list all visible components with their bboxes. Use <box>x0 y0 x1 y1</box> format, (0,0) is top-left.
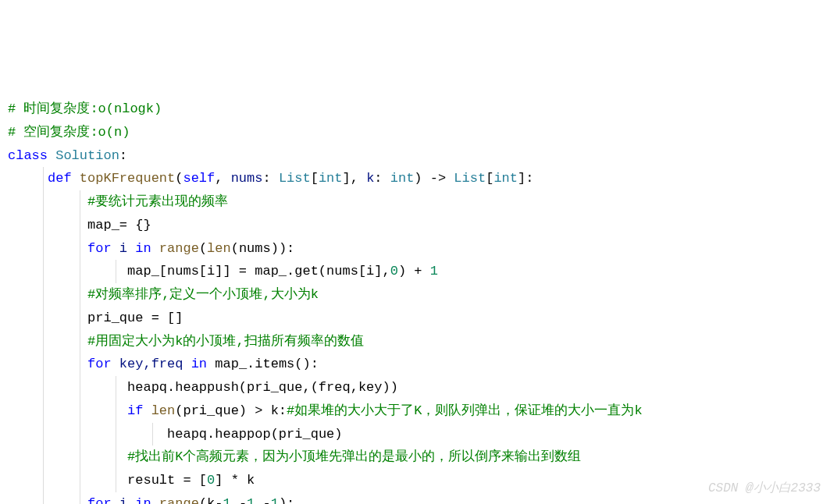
indent-guide <box>43 469 44 492</box>
token: [ <box>311 171 319 186</box>
code-line: # 空间复杂度:o(n) <box>8 121 822 144</box>
indent <box>8 264 127 279</box>
indent <box>8 496 87 504</box>
code-line: def topKFrequent(self, nums: List[int], … <box>8 167 822 190</box>
indent-guide <box>152 423 153 446</box>
indent-guide <box>116 260 116 283</box>
token: [ <box>486 171 493 186</box>
indent <box>8 218 87 232</box>
indent-guide <box>43 307 44 330</box>
indent-guide <box>116 376 116 399</box>
token: map_= {} <box>87 218 151 232</box>
token: ,- <box>255 496 270 504</box>
code-line: for i in range(k-1,-1,-1): <box>8 492 822 504</box>
code-line: heapq.heappop(pri_que) <box>8 423 822 446</box>
indent-guide <box>43 445 44 469</box>
token: (nums)): <box>231 241 295 256</box>
token: List <box>279 171 311 186</box>
indent-guide <box>43 376 44 399</box>
token: # 空间复杂度:o(n) <box>8 125 130 140</box>
code-line: # 时间复杂度:o(nlogk) <box>8 98 822 121</box>
indent-guide <box>43 237 44 261</box>
indent <box>8 334 87 349</box>
indent-guide <box>80 307 80 330</box>
token: def <box>48 171 80 186</box>
indent-guide <box>43 399 44 423</box>
indent <box>8 357 87 371</box>
token: topKFrequent <box>80 171 175 186</box>
token: i <box>119 496 135 504</box>
token: map_.items(): <box>215 357 319 371</box>
indent <box>8 380 127 395</box>
token: 0 <box>207 473 215 488</box>
indent-guide <box>116 423 116 446</box>
indent <box>8 287 87 302</box>
indent <box>8 473 127 488</box>
token: int <box>493 171 518 186</box>
code-line: #找出前K个高频元素，因为小顶堆先弹出的是最小的，所以倒序来输出到数组 <box>8 445 822 469</box>
token: : <box>119 148 127 163</box>
token: (pri_que) > k: <box>175 403 287 418</box>
indent-guide <box>80 423 80 446</box>
token: int <box>390 171 415 186</box>
token: #找出前K个高频元素，因为小顶堆先弹出的是最小的，所以倒序来输出到数组 <box>127 449 581 464</box>
indent-guide <box>43 190 44 214</box>
token: #如果堆的大小大于了K，则队列弹出，保证堆的大小一直为k <box>287 403 643 418</box>
indent <box>8 241 87 256</box>
token: , <box>215 171 230 186</box>
token: pri_que = [] <box>87 311 183 325</box>
code-line: #要统计元素出现的频率 <box>8 190 822 214</box>
indent-guide <box>80 445 80 469</box>
indent-guide <box>80 214 80 237</box>
code-line: #用固定大小为k的小顶堆,扫描所有频率的数值 <box>8 330 822 353</box>
token: 1 <box>271 496 279 504</box>
token: #对频率排序,定义一个小顶堆,大小为k <box>87 287 319 302</box>
token: ]: <box>518 171 533 186</box>
token: ( <box>175 171 183 186</box>
indent <box>8 311 87 325</box>
code-line: for key,freq in map_.items(): <box>8 353 822 376</box>
token: len <box>151 403 176 418</box>
code-line: for i in range(len(nums)): <box>8 237 822 261</box>
indent-guide <box>116 399 116 423</box>
indent <box>8 449 127 464</box>
code-line: map_= {} <box>8 214 822 237</box>
code-line: pri_que = [] <box>8 307 822 330</box>
code-line: map_[nums[i]] = map_.get(nums[i],0) + 1 <box>8 260 822 283</box>
indent-guide <box>43 353 44 376</box>
indent <box>8 403 127 418</box>
token: k <box>366 171 374 186</box>
code-line: #对频率排序,定义一个小顶堆,大小为k <box>8 283 822 307</box>
indent-guide <box>43 330 44 353</box>
token: : <box>374 171 390 186</box>
indent-guide <box>80 399 80 423</box>
token: for <box>87 496 119 504</box>
token: heapq.heappush(pri_que,(freq,key)) <box>127 380 398 395</box>
token: i <box>119 241 135 256</box>
token: Solution <box>55 148 119 163</box>
token: 1 <box>430 264 438 279</box>
indent-guide <box>116 469 116 492</box>
token: in <box>135 496 159 504</box>
token: : <box>262 171 278 186</box>
token: 1 <box>223 496 230 504</box>
token: if <box>127 403 151 418</box>
indent <box>8 427 167 442</box>
token: ): <box>279 496 294 504</box>
token: ], <box>343 171 367 186</box>
indent-guide <box>43 260 44 283</box>
token: in <box>191 357 216 371</box>
indent-guide <box>80 330 80 353</box>
indent-guide <box>80 376 80 399</box>
indent-guide <box>43 214 44 237</box>
code-line: result = [0] * k <box>8 469 822 492</box>
token: for <box>87 241 119 256</box>
token: self <box>183 171 215 186</box>
token: map_[nums[i]] = map_.get(nums[i], <box>127 264 390 279</box>
token: List <box>454 171 486 186</box>
code-line: heapq.heappush(pri_que,(freq,key)) <box>8 376 822 399</box>
indent <box>8 171 48 186</box>
token: ,- <box>231 496 247 504</box>
token: class <box>8 148 55 163</box>
token: ) + <box>398 264 430 279</box>
